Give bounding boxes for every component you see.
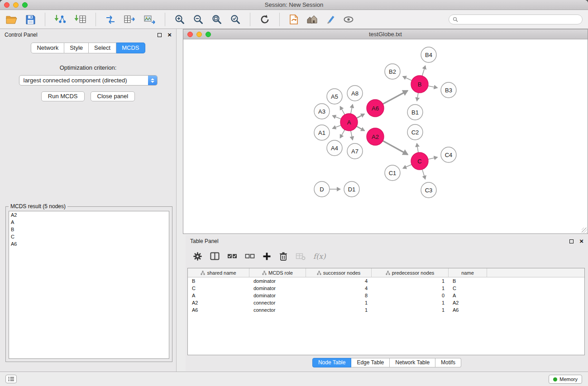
network-node-B2[interactable]: B2	[385, 64, 400, 79]
import-network-button[interactable]	[54, 14, 67, 25]
select-all-button[interactable]	[227, 252, 237, 261]
network-edge-A2-C[interactable]	[383, 141, 408, 154]
export-network-button[interactable]	[105, 14, 116, 25]
network-edge-C-C1[interactable]	[403, 165, 412, 169]
memory-button[interactable]: Memory	[549, 375, 582, 384]
network-node-C2[interactable]: C2	[407, 124, 423, 140]
network-node-C1[interactable]: C1	[385, 165, 400, 181]
tab-network[interactable]: Network	[31, 43, 64, 53]
network-node-A[interactable]: A	[340, 114, 358, 131]
import-table-button[interactable]	[74, 14, 86, 25]
task-history-button[interactable]	[5, 375, 17, 383]
network-node-A4[interactable]: A4	[327, 140, 342, 156]
table-row[interactable]: A6connector11A6	[188, 306, 584, 314]
table-row[interactable]: Adominator80A	[188, 292, 584, 299]
column-header[interactable]: shared name	[188, 268, 249, 277]
mcds-result-list[interactable]: A2ABCA6	[9, 211, 169, 359]
delete-table-button[interactable]	[296, 252, 306, 261]
network-edge-A-A4[interactable]	[340, 130, 344, 138]
zoom-selected-button[interactable]	[230, 14, 241, 25]
network-canvas[interactable]: B4B2BB3A8A5A6B1A3AC2A1A2A4A7C4CC1C3DD1	[183, 39, 588, 234]
search-field[interactable]	[449, 14, 583, 24]
network-node-A3[interactable]: A3	[314, 104, 330, 119]
open-document-button[interactable]	[289, 14, 299, 25]
network-edge-A-A6[interactable]	[357, 114, 364, 118]
tab-mcds[interactable]: MCDS	[116, 43, 145, 53]
network-node-A1[interactable]: A1	[314, 125, 330, 140]
dropdown-stepper-icon[interactable]	[148, 76, 157, 85]
close-panel-icon[interactable]: ×	[167, 33, 172, 37]
table-row[interactable]: Bdominator41B	[188, 277, 584, 285]
run-mcds-button[interactable]: Run MCDS	[41, 91, 85, 101]
network-edge-B-B2[interactable]	[403, 76, 412, 81]
network-node-A2[interactable]: A2	[367, 128, 384, 145]
tab-node-table[interactable]: Node Table	[312, 358, 352, 367]
result-list-item[interactable]: A6	[9, 240, 169, 248]
network-node-B4[interactable]: B4	[421, 47, 436, 62]
zoom-fit-button[interactable]	[211, 14, 222, 25]
float-panel-icon[interactable]	[569, 239, 574, 243]
network-node-C3[interactable]: C3	[421, 182, 436, 198]
save-session-button[interactable]	[25, 14, 36, 25]
network-node-B3[interactable]: B3	[441, 82, 456, 98]
refresh-button[interactable]	[259, 14, 270, 25]
network-window-titlebar[interactable]: testGlobe.txt	[183, 29, 588, 39]
tab-style[interactable]: Style	[64, 43, 89, 53]
function-builder-icon[interactable]: f(x)	[313, 252, 325, 261]
network-node-B1[interactable]: B1	[407, 105, 423, 120]
criterion-dropdown[interactable]: largest connected component (directed)	[19, 75, 158, 86]
column-header[interactable]: successor nodes	[306, 268, 372, 277]
network-edge-A-A7[interactable]	[351, 131, 353, 140]
network-edge-A6-B[interactable]	[383, 91, 408, 104]
open-session-button[interactable]	[5, 14, 18, 24]
add-column-button[interactable]	[263, 252, 271, 261]
result-list-item[interactable]: A2	[9, 211, 169, 219]
home-button[interactable]	[306, 14, 318, 25]
show-details-button[interactable]	[343, 15, 354, 24]
network-edge-C-C3[interactable]	[422, 169, 425, 179]
show-columns-button[interactable]	[210, 252, 220, 261]
resize-grip[interactable]	[582, 228, 587, 233]
network-node-C4[interactable]: C4	[441, 147, 456, 162]
tab-motifs[interactable]: Motifs	[435, 358, 461, 367]
network-node-A5[interactable]: A5	[327, 89, 342, 104]
network-node-D[interactable]: D	[314, 181, 330, 197]
result-list-item[interactable]: A	[9, 219, 169, 226]
network-node-A8[interactable]: A8	[347, 86, 363, 101]
column-header[interactable]: predecessor nodes	[372, 268, 449, 277]
network-edge-A-A8[interactable]	[351, 104, 353, 114]
result-list-item[interactable]: C	[9, 233, 169, 240]
export-table-button[interactable]	[124, 14, 136, 25]
network-node-B[interactable]: B	[411, 76, 428, 93]
float-panel-icon[interactable]	[158, 33, 162, 37]
network-node-A7[interactable]: A7	[347, 143, 363, 159]
column-settings-button[interactable]	[193, 252, 202, 261]
network-edge-C-C4[interactable]	[428, 157, 438, 159]
network-edge-A-A3[interactable]	[332, 115, 341, 119]
network-edge-B-B1[interactable]	[417, 93, 418, 101]
network-edge-B-B3[interactable]	[428, 86, 438, 88]
zoom-out-button[interactable]	[193, 14, 204, 25]
column-header[interactable]: name	[449, 268, 487, 277]
close-panel-button[interactable]: Close panel	[91, 91, 135, 101]
network-edge-C-C2[interactable]	[417, 143, 418, 153]
network-edge-A-A5[interactable]	[340, 106, 344, 115]
deselect-all-button[interactable]	[245, 252, 255, 261]
apply-style-button[interactable]	[325, 14, 335, 25]
network-node-A6[interactable]: A6	[367, 100, 384, 117]
network-edge-A-A2[interactable]	[357, 126, 365, 131]
tab-network-table[interactable]: Network Table	[390, 358, 435, 367]
table-row[interactable]: Cdominator41C	[188, 285, 584, 292]
close-panel-icon[interactable]: ×	[579, 239, 583, 243]
network-node-C[interactable]: C	[411, 152, 428, 170]
node-table[interactable]: shared name MCDS role successor nodes pr…	[187, 268, 585, 355]
tab-select[interactable]: Select	[89, 43, 116, 53]
table-row[interactable]: A2connector11A2	[188, 299, 584, 306]
network-edge-B-B4[interactable]	[422, 66, 425, 76]
delete-column-button[interactable]	[279, 252, 288, 261]
zoom-in-button[interactable]	[174, 14, 185, 25]
column-header[interactable]: MCDS role	[249, 268, 306, 277]
export-image-button[interactable]	[143, 14, 156, 25]
network-edge-A-A1[interactable]	[332, 125, 341, 129]
result-list-item[interactable]: B	[9, 226, 169, 233]
